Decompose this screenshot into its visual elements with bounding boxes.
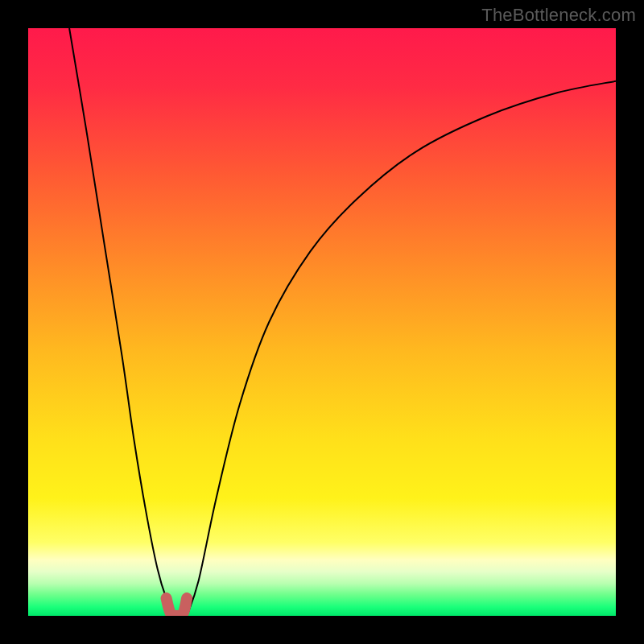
optimal-marker — [167, 598, 188, 616]
bottleneck-curve-right — [187, 81, 616, 616]
watermark-text: TheBottleneck.com — [481, 5, 636, 26]
plot-area — [28, 28, 616, 616]
bottleneck-curve-left — [69, 28, 175, 616]
chart-frame: TheBottleneck.com — [0, 0, 644, 644]
curve-layer — [28, 28, 616, 616]
